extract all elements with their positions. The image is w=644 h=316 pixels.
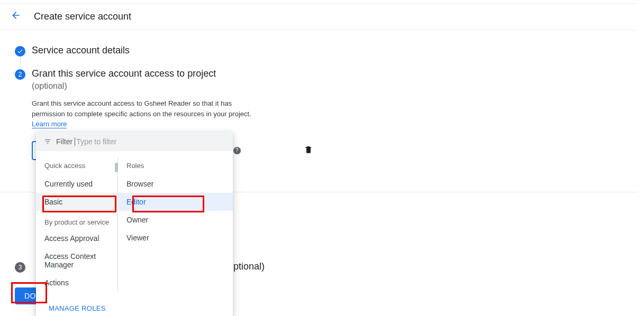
manage-roles-link[interactable]: MANAGE ROLES: [36, 292, 233, 316]
quick-access-header: Quick access: [36, 157, 118, 175]
step-connector: [20, 59, 21, 66]
item-currently-used[interactable]: Currently used: [36, 175, 118, 193]
page-header: Create service account: [0, 4, 638, 30]
step3-number-icon: 3: [15, 262, 25, 273]
roles-header: Roles: [118, 157, 233, 175]
item-access-approval[interactable]: Access Approval: [36, 229, 118, 247]
page-title: Create service account: [34, 11, 131, 22]
item-actions[interactable]: Actions: [36, 274, 118, 292]
step3-title-end: ptional): [233, 261, 265, 272]
filter-bar[interactable]: Filter Type to filter: [36, 132, 233, 151]
dropdown-right-column: Roles Browser Editor Owner Viewer: [117, 157, 233, 292]
step2-title: Grant this service account access to pro…: [32, 68, 313, 79]
step2-desc: Grant this service account access to Gsh…: [32, 98, 265, 129]
step1-check-icon: [15, 46, 25, 57]
step-service-account-details: Service account details: [15, 45, 638, 68]
step2-number-icon: 2: [15, 69, 25, 80]
step2-desc-text: Grant this service account access to Gsh…: [32, 99, 251, 118]
scrollbar-thumb[interactable]: [115, 163, 118, 172]
item-access-context-manager[interactable]: Access Context Manager: [36, 247, 118, 274]
dropdown-left-column: Quick access Currently used Basic By pro…: [36, 157, 118, 292]
step1-title: Service account details: [32, 45, 130, 56]
back-arrow-icon[interactable]: [11, 10, 25, 23]
item-basic[interactable]: Basic: [36, 193, 118, 211]
learn-more-link[interactable]: Learn more: [32, 120, 67, 128]
role-dropdown: Filter Type to filter Quick access Curre…: [36, 132, 233, 316]
role-viewer[interactable]: Viewer: [118, 229, 233, 247]
filter-label: Filter: [56, 137, 72, 146]
step2-optional: (optional): [32, 81, 313, 91]
role-browser[interactable]: Browser: [118, 175, 233, 193]
filter-icon: [43, 138, 52, 145]
delete-role-icon[interactable]: [304, 145, 313, 156]
role-owner[interactable]: Owner: [118, 211, 233, 229]
by-product-header: By product or service: [36, 211, 118, 229]
role-editor[interactable]: Editor: [118, 193, 233, 211]
dropdown-columns: Quick access Currently used Basic By pro…: [36, 151, 233, 292]
help-icon[interactable]: ?: [233, 147, 241, 154]
filter-placeholder: Type to filter: [75, 137, 116, 146]
